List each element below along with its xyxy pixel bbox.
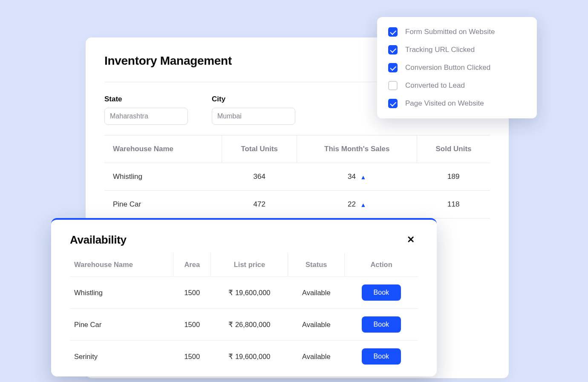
cell-status: Available — [288, 277, 345, 309]
inventory-header-row: Warehouse Name Total Units This Month's … — [104, 135, 490, 163]
cell-warehouse: Serinity — [70, 341, 173, 373]
checklist-item[interactable]: Converted to Lead — [388, 81, 526, 90]
filter-state-label: State — [104, 95, 188, 103]
cell-area: 1500 — [173, 341, 211, 373]
month-sales-value: 22 — [348, 200, 356, 208]
cell-sold-units: 189 — [417, 163, 490, 191]
cell-month-sales: 34 ▲ — [297, 163, 417, 191]
availability-header: Availability ✕ — [70, 233, 418, 247]
checklist-label: Conversion Button Clicked — [405, 63, 490, 72]
availability-modal: Availability ✕ Warehouse Name Area List … — [51, 218, 437, 376]
cell-warehouse: Pine Car — [70, 309, 173, 341]
book-button[interactable]: Book — [362, 316, 401, 333]
filter-city-input[interactable] — [212, 108, 295, 125]
table-row[interactable]: Whistling 364 34 ▲ 189 — [104, 163, 490, 191]
cell-area: 1500 — [173, 277, 211, 309]
col-action: Action — [345, 253, 418, 277]
checklist-label: Page Visited on Website — [405, 99, 484, 108]
checklist-label: Form Submitted on Website — [405, 28, 495, 36]
checkbox-checked-icon[interactable] — [388, 27, 398, 37]
filter-state-input[interactable] — [104, 108, 188, 125]
book-button[interactable]: Book — [362, 284, 401, 301]
cell-month-sales: 22 ▲ — [297, 191, 417, 218]
availability-title: Availability — [70, 233, 127, 247]
checklist-label: Tracking URL Clicked — [405, 46, 475, 54]
book-button[interactable]: Book — [362, 348, 401, 365]
checklist-label: Converted to Lead — [405, 81, 465, 90]
trend-up-icon: ▲ — [360, 201, 366, 208]
checkbox-checked-icon[interactable] — [388, 45, 398, 55]
close-icon[interactable]: ✕ — [404, 233, 418, 247]
cell-total-units: 364 — [222, 163, 297, 191]
availability-row: Pine Car 1500 ₹ 26,800,000 Available Boo… — [70, 309, 418, 341]
cell-status: Available — [288, 341, 345, 373]
month-sales-value: 34 — [348, 172, 356, 181]
col-total-units: Total Units — [222, 135, 297, 163]
inventory-table: Warehouse Name Total Units This Month's … — [104, 135, 490, 218]
checkbox-checked-icon[interactable] — [388, 99, 398, 108]
page-title: Inventory Management — [104, 54, 232, 68]
cell-list-price: ₹ 19,600,000 — [211, 341, 288, 373]
col-warehouse: Warehouse Name — [104, 135, 222, 163]
checklist-item[interactable]: Conversion Button Clicked — [388, 63, 526, 72]
col-sold-units: Sold Units — [417, 135, 490, 163]
availability-table: Warehouse Name Area List price Status Ac… — [70, 253, 418, 372]
cell-action: Book — [345, 277, 418, 309]
cell-list-price: ₹ 19,600,000 — [211, 277, 288, 309]
cell-sold-units: 118 — [417, 191, 490, 218]
availability-header-row: Warehouse Name Area List price Status Ac… — [70, 253, 418, 277]
cell-warehouse: Whistling — [104, 163, 222, 191]
events-checklist: Form Submitted on Website Tracking URL C… — [377, 17, 537, 118]
cell-action: Book — [345, 309, 418, 341]
col-warehouse: Warehouse Name — [70, 253, 173, 277]
cell-action: Book — [345, 341, 418, 373]
checklist-item[interactable]: Form Submitted on Website — [388, 27, 526, 37]
filter-city: City — [212, 95, 295, 125]
filter-city-label: City — [212, 95, 295, 103]
table-row[interactable]: Pine Car 472 22 ▲ 118 — [104, 191, 490, 218]
cell-warehouse: Pine Car — [104, 191, 222, 218]
checkbox-unchecked-icon[interactable] — [388, 81, 398, 90]
cell-warehouse: Whistling — [70, 277, 173, 309]
col-area: Area — [173, 253, 211, 277]
filter-state: State — [104, 95, 188, 125]
col-status: Status — [288, 253, 345, 277]
cell-status: Available — [288, 309, 345, 341]
trend-up-icon: ▲ — [360, 174, 366, 181]
cell-list-price: ₹ 26,800,000 — [211, 309, 288, 341]
checklist-item[interactable]: Page Visited on Website — [388, 99, 526, 108]
availability-row: Serinity 1500 ₹ 19,600,000 Available Boo… — [70, 341, 418, 373]
cell-total-units: 472 — [222, 191, 297, 218]
col-month-sales: This Month's Sales — [297, 135, 417, 163]
availability-row: Whistling 1500 ₹ 19,600,000 Available Bo… — [70, 277, 418, 309]
checklist-item[interactable]: Tracking URL Clicked — [388, 45, 526, 55]
cell-area: 1500 — [173, 309, 211, 341]
col-list-price: List price — [211, 253, 288, 277]
checkbox-checked-icon[interactable] — [388, 63, 398, 72]
